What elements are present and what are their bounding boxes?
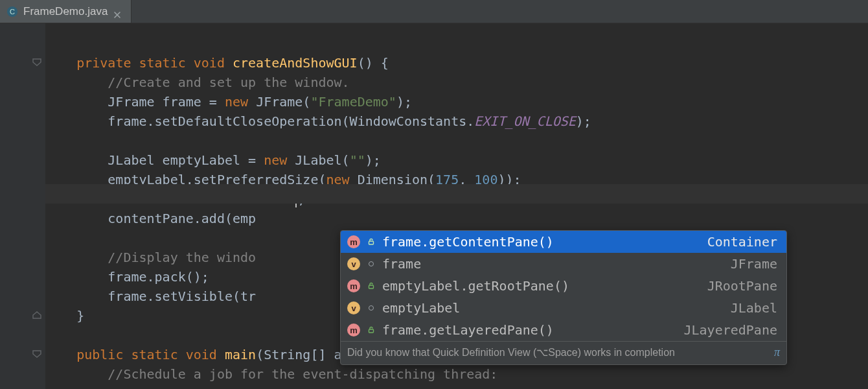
editor-tabbar: C FrameDemo.java — [0, 0, 868, 23]
completion-label: emptyLabel — [382, 300, 724, 316]
completion-item[interactable]: vemptyLabelJLabel — [341, 297, 786, 319]
svg-text:C: C — [10, 8, 15, 16]
current-line-highlight — [45, 184, 868, 204]
variable-icon: v — [347, 257, 360, 270]
completion-type: JFrame — [731, 256, 777, 272]
svg-rect-4 — [369, 329, 374, 333]
fold-marker-icon[interactable] — [32, 58, 41, 66]
method-icon: m — [347, 235, 360, 248]
completion-type: Container — [707, 234, 777, 250]
completion-label: frame.getContentPane() — [382, 234, 701, 250]
completion-item[interactable]: mframe.getContentPane()Container — [341, 231, 786, 253]
hint-text: Did you know that Quick Definition View … — [347, 346, 675, 359]
completion-type: JRootPane — [707, 278, 777, 294]
completion-item[interactable]: vframeJFrame — [341, 253, 786, 275]
tab-title: FrameDemo.java — [23, 5, 108, 18]
close-icon[interactable] — [113, 7, 122, 16]
code-viewport[interactable]: private static void createAndShowGUI() {… — [45, 23, 868, 389]
svg-rect-3 — [369, 285, 374, 289]
unlock-icon — [367, 326, 376, 334]
completion-item[interactable]: memptyLabel.getRootPane()JRootPane — [341, 275, 786, 297]
completion-item[interactable]: mframe.getLayeredPane()JLayeredPane — [341, 319, 786, 341]
method-icon: m — [347, 279, 360, 292]
fold-marker-icon[interactable] — [32, 350, 41, 358]
unlock-icon — [367, 282, 376, 290]
unlock-icon — [367, 238, 376, 246]
completion-popup: mframe.getContentPane()ContainervframeJF… — [340, 230, 787, 365]
completion-label: frame.getLayeredPane() — [382, 322, 678, 338]
completion-label: frame — [382, 256, 724, 272]
editor-tab[interactable]: C FrameDemo.java — [0, 0, 131, 23]
completion-hint: Did you know that Quick Definition View … — [341, 341, 786, 364]
completion-label: emptyLabel.getRootPane() — [382, 278, 701, 294]
method-icon: m — [347, 324, 360, 336]
editor-area: private static void createAndShowGUI() {… — [0, 23, 868, 389]
variable-icon: v — [347, 301, 360, 314]
package-dot-icon — [367, 261, 376, 266]
completion-type: JLayeredPane — [684, 322, 778, 338]
fold-marker-icon[interactable] — [32, 311, 41, 319]
gutter — [0, 23, 45, 389]
pi-icon: π — [774, 346, 780, 359]
completion-type: JLabel — [731, 300, 777, 316]
package-dot-icon — [367, 305, 376, 311]
java-class-icon: C — [6, 6, 18, 18]
svg-rect-2 — [369, 241, 374, 244]
